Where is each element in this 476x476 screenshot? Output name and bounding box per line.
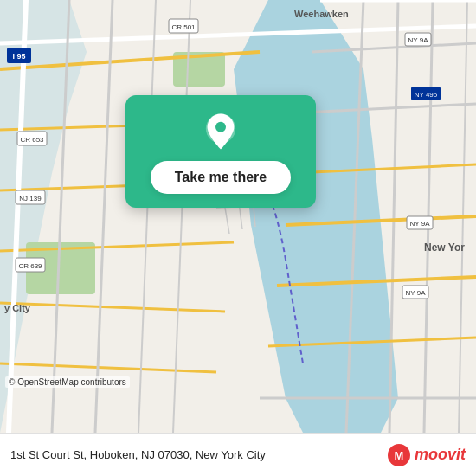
svg-text:CR 501: CR 501 xyxy=(171,23,196,31)
svg-text:CR 639: CR 639 xyxy=(18,262,42,270)
svg-text:I 95: I 95 xyxy=(12,52,25,61)
svg-text:NY 495: NY 495 xyxy=(415,91,438,99)
map-container: I 95 CR 501 CR 653 NJ 139 CR 639 NY 9A N… xyxy=(0,0,476,433)
svg-text:CR 653: CR 653 xyxy=(20,136,44,144)
svg-text:Weehawken: Weehawken xyxy=(294,9,349,19)
svg-text:NY 9A: NY 9A xyxy=(408,36,429,44)
osm-credit: © OpenStreetMap contributors xyxy=(5,376,130,388)
bottom-bar: 1st St Court St, Hoboken, NJ 07030, New … xyxy=(0,433,476,476)
moovit-icon: M xyxy=(387,443,411,467)
svg-text:New Yor: New Yor xyxy=(424,241,465,254)
moovit-name: moovit xyxy=(415,446,466,464)
svg-text:NJ 139: NJ 139 xyxy=(19,195,42,203)
address-text: 1st St Court St, Hoboken, NJ 07030, New … xyxy=(10,448,387,461)
moovit-logo: M moovit xyxy=(387,443,466,467)
location-card: Take me there xyxy=(125,95,316,208)
svg-text:NY 9A: NY 9A xyxy=(410,220,431,228)
svg-text:M: M xyxy=(395,449,404,462)
map-pin-icon xyxy=(200,111,241,152)
take-me-there-button[interactable]: Take me there xyxy=(151,161,291,194)
svg-text:NY 9A: NY 9A xyxy=(406,289,427,297)
svg-point-60 xyxy=(215,122,226,132)
map-background: I 95 CR 501 CR 653 NJ 139 CR 639 NY 9A N… xyxy=(0,0,476,433)
svg-text:y City: y City xyxy=(4,303,31,313)
